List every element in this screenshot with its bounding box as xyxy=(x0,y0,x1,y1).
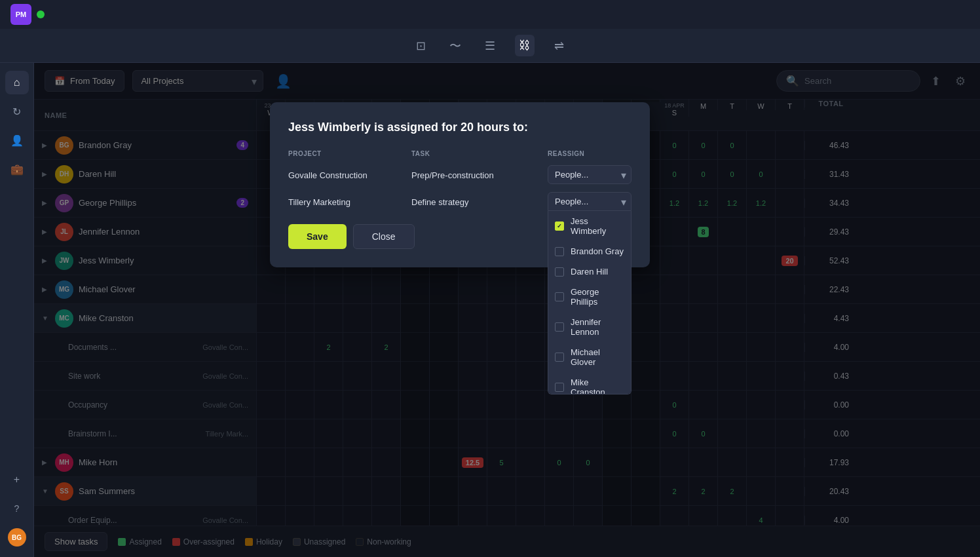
dropdown-item-jennifer[interactable]: Jennifer Lennon xyxy=(548,312,631,342)
modal: Jess Wimberly is assigned for 20 hours t… xyxy=(270,102,650,267)
checkbox-brandon[interactable] xyxy=(555,247,564,256)
checkbox-daren[interactable] xyxy=(555,267,564,277)
modal-reassign-tillery[interactable]: People... xyxy=(548,192,631,211)
checkbox-jess[interactable] xyxy=(555,221,564,231)
main-content: 📅 From Today All Projects Govalle Constr… xyxy=(34,63,980,557)
modal-col-task: TASK xyxy=(411,150,542,157)
dropdown-person-mike-cranston: Mike Cranston xyxy=(571,377,624,394)
sidebar-icon-work[interactable]: 💼 xyxy=(5,157,29,181)
dropdown-person-daren: Daren Hill xyxy=(571,267,608,277)
sidebar: ⌂ ↻ 👤 💼 + ? BG xyxy=(0,63,34,557)
dropdown-person-michael: Michael Glover xyxy=(571,347,624,367)
modal-row-tillery: Tillery Marketing Define strategy People… xyxy=(288,192,631,211)
modal-col-reassign: REASSIGN xyxy=(548,150,631,157)
checkbox-michael[interactable] xyxy=(555,353,564,362)
modal-task-tillery: Define strategy xyxy=(411,192,542,207)
sidebar-icon-add[interactable]: + xyxy=(5,468,29,491)
sidebar-icon-avatar[interactable]: BG xyxy=(5,526,29,549)
checkbox-george[interactable] xyxy=(555,292,564,301)
close-button-modal[interactable]: Close xyxy=(353,224,415,249)
modal-reassign-govalle[interactable]: People... xyxy=(548,165,631,184)
modal-col-project: PROJECT xyxy=(288,150,406,157)
dropdown-item-george[interactable]: George Phillips xyxy=(548,282,631,312)
dropdown-item-mike-cranston[interactable]: Mike Cranston xyxy=(548,372,631,394)
save-button[interactable]: Save xyxy=(288,224,347,249)
modal-project-govalle: Govalle Construction xyxy=(288,165,406,180)
modal-reassign-tillery-container: People... Jess Wimberly Brandon Gray xyxy=(548,192,631,211)
topnav-icon-filter[interactable]: ⇌ xyxy=(550,35,568,57)
checkbox-mike-cranston[interactable] xyxy=(555,383,564,392)
titlebar: PM xyxy=(0,0,980,29)
sidebar-icon-help[interactable]: ? xyxy=(5,497,29,520)
topnav-icon-0[interactable]: ⊡ xyxy=(412,35,430,57)
modal-overlay[interactable]: Jess Wimberly is assigned for 20 hours t… xyxy=(34,63,980,557)
dropdown-person-jennifer: Jennifer Lennon xyxy=(571,317,624,337)
topnav-icon-2[interactable]: ☰ xyxy=(481,35,499,57)
top-navigation: ⊡ 〜 ☰ ⛓ ⇌ xyxy=(0,29,980,63)
dropdown-item-jess[interactable]: Jess Wimberly xyxy=(548,211,631,241)
sidebar-icon-refresh[interactable]: ↻ xyxy=(5,100,29,123)
modal-project-tillery: Tillery Marketing xyxy=(288,192,406,207)
modal-table-header: PROJECT TASK REASSIGN xyxy=(288,150,631,157)
modal-task-govalle: Prep/Pre-construction xyxy=(411,165,542,180)
dropdown-item-daren[interactable]: Daren Hill xyxy=(548,261,631,282)
dropdown-item-michael[interactable]: Michael Glover xyxy=(548,342,631,372)
dropdown-item-brandon[interactable]: Brandon Gray xyxy=(548,241,631,261)
topnav-icon-1[interactable]: 〜 xyxy=(445,34,465,58)
modal-row-govalle: Govalle Construction Prep/Pre-constructi… xyxy=(288,165,631,184)
maximize-button[interactable] xyxy=(37,10,45,18)
dropdown-people-list[interactable]: Jess Wimberly Brandon Gray Daren Hill xyxy=(548,211,631,394)
logo: PM xyxy=(10,4,31,25)
dropdown-person-jess: Jess Wimberly xyxy=(571,216,624,236)
topnav-icon-link[interactable]: ⛓ xyxy=(515,35,535,56)
dropdown-person-brandon: Brandon Gray xyxy=(571,246,624,256)
sidebar-icon-home[interactable]: ⌂ xyxy=(5,71,29,94)
modal-reassign-govalle-container: People... xyxy=(548,165,631,184)
app-layout: ⌂ ↻ 👤 💼 + ? BG 📅 From Today All Projects… xyxy=(0,63,980,557)
modal-title: Jess Wimberly is assigned for 20 hours t… xyxy=(288,121,631,134)
sidebar-icon-users[interactable]: 👤 xyxy=(5,128,29,152)
dropdown-person-george: George Phillips xyxy=(571,287,624,307)
checkbox-jennifer[interactable] xyxy=(555,322,564,332)
